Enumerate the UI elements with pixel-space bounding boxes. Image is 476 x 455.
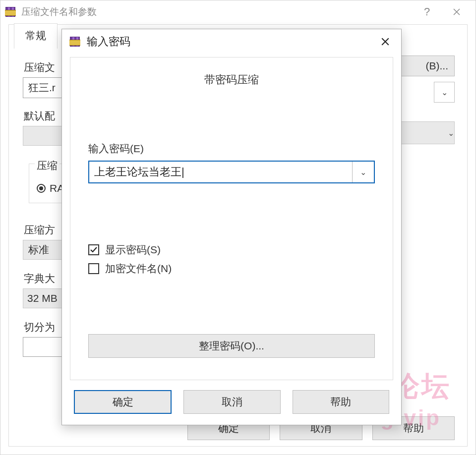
organize-passwords-button[interactable]: 整理密码(O)... (88, 334, 375, 358)
label-enter-password: 输入密码(E) (88, 142, 375, 156)
radio-rar[interactable]: RA (37, 182, 64, 194)
label-default-profile: 默认配 (24, 109, 55, 123)
label-dictionary-size: 字典大 (24, 272, 55, 285)
tab-general[interactable]: 常规 (14, 23, 58, 49)
main-window-title: 压缩文件名和参数 (21, 5, 412, 18)
radio-dot-icon (37, 184, 46, 193)
winrar-icon (69, 36, 81, 48)
close-titlebar-button[interactable] (442, 4, 472, 20)
label-compression-method: 压缩方 (24, 223, 55, 237)
archive-name-input[interactable]: 狂三.r (23, 77, 62, 98)
dictionary-size-select[interactable]: 32 MB (23, 288, 62, 308)
modal-body: 带密码压缩 输入密码(E) ⌄ 显示密码(S) 加密文件名(N) 整理密码(O)… (70, 57, 393, 380)
modal-titlebar: 输入密码 (62, 29, 401, 54)
modal-title-text: 输入密码 (87, 34, 374, 49)
modal-heading: 带密码压缩 (88, 72, 375, 87)
password-combo: ⌄ (88, 161, 375, 183)
password-input[interactable] (89, 162, 352, 182)
tab-row: 常规 (14, 23, 58, 48)
chevron-down-icon: ⌄ (441, 88, 448, 97)
modal-close-button[interactable] (374, 32, 396, 51)
show-password-label: 显示密码(S) (105, 243, 161, 257)
modal-ok-button[interactable]: 确定 (74, 390, 172, 414)
encrypt-filenames-label: 加密文件名(N) (105, 262, 172, 276)
archive-name-dropdown[interactable]: ⌄ (434, 82, 455, 103)
chevron-down-icon: ⌄ (360, 168, 366, 177)
enter-password-dialog: 输入密码 带密码压缩 输入密码(E) ⌄ 显示密码(S) 加密文件名(N) 整理… (61, 29, 402, 425)
chevron-down-icon: ⌄ (448, 128, 454, 138)
browse-button[interactable]: (B)... (400, 56, 455, 76)
update-mode-select[interactable]: ⌄ (400, 121, 455, 144)
modal-button-row: 确定 取消 帮助 (74, 390, 389, 414)
help-titlebar-button[interactable]: ? (412, 4, 442, 20)
main-titlebar: 压缩文件名和参数 ? (0, 0, 476, 21)
label-archive-format: 压缩 (35, 159, 60, 172)
label-split-volumes: 切分为 (24, 320, 55, 334)
compression-method-select[interactable]: 标准 (23, 240, 62, 260)
modal-cancel-button[interactable]: 取消 (183, 390, 280, 414)
label-archive-name: 压缩文 (24, 60, 55, 74)
show-password-row: 显示密码(S) (88, 243, 375, 257)
profiles-button[interactable] (23, 126, 62, 146)
encrypt-filenames-checkbox[interactable] (88, 263, 99, 274)
encrypt-filenames-row: 加密文件名(N) (88, 262, 375, 276)
show-password-checkbox[interactable] (88, 244, 99, 255)
split-volumes-input[interactable] (23, 337, 62, 357)
winrar-icon (4, 6, 16, 18)
modal-help-button[interactable]: 帮助 (293, 390, 389, 414)
password-history-dropdown[interactable]: ⌄ (352, 162, 374, 182)
